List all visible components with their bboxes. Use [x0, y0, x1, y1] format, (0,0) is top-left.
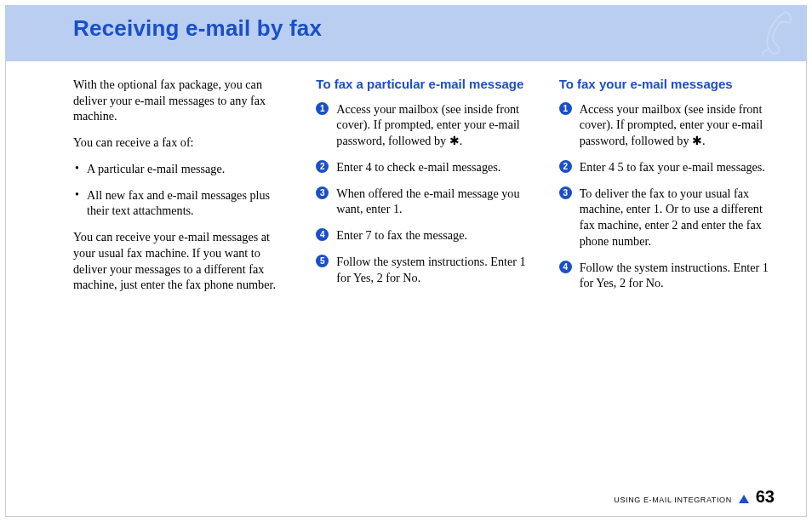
step-item: 4Follow the system instructions. Enter 1…: [559, 260, 778, 291]
step-text: Enter 4 to check e-mail messages.: [336, 160, 500, 174]
step-item: 4Enter 7 to fax the message.: [316, 227, 535, 244]
column-fax-particular: To fax a particular e-mail message 1Acce…: [316, 77, 535, 303]
step-text: Enter 7 to fax the message.: [336, 228, 467, 242]
intro-p3: You can receive your e-mail messages at …: [73, 229, 292, 293]
intro-p2: You can receive a fax of:: [73, 135, 292, 151]
steps-all: 1Access your mailbox (see inside front c…: [559, 101, 778, 291]
step-item: 2Enter 4 to check e-mail messages.: [316, 159, 535, 175]
step-item: 3When offered the e-mail message you wan…: [316, 186, 535, 217]
step-text: Follow the system instructions. Enter 1 …: [336, 255, 525, 284]
step-text: Follow the system instructions. Enter 1 …: [580, 261, 769, 290]
step-number-icon: 2: [559, 160, 572, 173]
section-heading-particular: To fax a particular e-mail message: [316, 77, 535, 93]
step-item: 2Enter 4 5 to fax your e-mail messages.: [559, 159, 778, 175]
step-item: 3To deliver the fax to your usual fax ma…: [559, 186, 778, 250]
steps-particular: 1Access your mailbox (see inside front c…: [316, 101, 535, 286]
footer-section-label: USING E-MAIL INTEGRATION: [614, 496, 731, 504]
step-text: When offered the e-mail message you want…: [336, 186, 519, 216]
intro-bullet: All new fax and e-mail messages plus the…: [73, 187, 292, 219]
step-number-icon: 3: [316, 186, 329, 199]
page-title: Receiving e-mail by fax: [73, 15, 322, 42]
step-number-icon: 3: [559, 186, 572, 199]
page-footer: USING E-MAIL INTEGRATION 63: [614, 487, 775, 507]
section-heading-all: To fax your e-mail messages: [559, 77, 778, 93]
step-number-icon: 4: [559, 261, 572, 273]
intro-bullet: A particular e-mail message.: [73, 161, 292, 177]
step-item: 1Access your mailbox (see inside front c…: [559, 101, 778, 149]
step-number-icon: 5: [316, 255, 329, 267]
step-item: 1Access your mailbox (see inside front c…: [316, 101, 535, 149]
step-item: 5Follow the system instructions. Enter 1…: [316, 254, 535, 285]
step-text: Access your mailbox (see inside front co…: [336, 102, 519, 147]
step-text: Access your mailbox (see inside front co…: [580, 102, 763, 147]
step-number-icon: 2: [316, 160, 329, 173]
step-number-icon: 4: [316, 228, 329, 241]
column-intro: With the optional fax package, you can d…: [73, 77, 292, 303]
intro-bullet-list: A particular e-mail message. All new fax…: [73, 161, 292, 219]
phone-handset-icon: [758, 9, 797, 56]
step-text: Enter 4 5 to fax your e-mail messages.: [580, 160, 765, 174]
step-number-icon: 1: [559, 102, 572, 115]
intro-p1: With the optional fax package, you can d…: [73, 77, 292, 124]
content-columns: With the optional fax package, you can d…: [73, 77, 778, 303]
column-fax-all: To fax your e-mail messages 1Access your…: [559, 77, 778, 303]
page-number: 63: [756, 487, 775, 507]
step-number-icon: 1: [316, 102, 329, 115]
step-text: To deliver the fax to your usual fax mac…: [580, 186, 763, 248]
triangle-up-icon: [739, 495, 749, 503]
